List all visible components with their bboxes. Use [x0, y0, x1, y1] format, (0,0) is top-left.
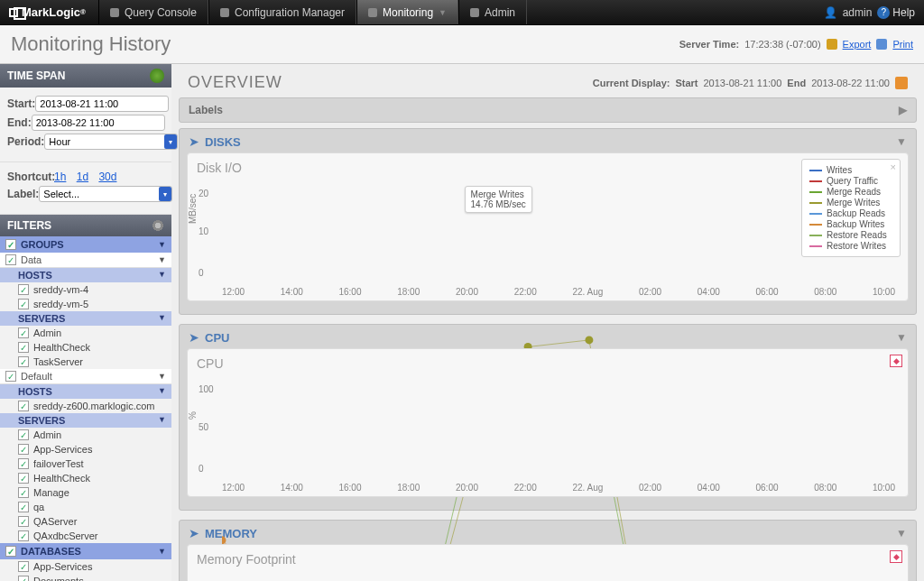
- print-link[interactable]: Print: [892, 39, 913, 50]
- collapse-icon[interactable]: ▼: [896, 135, 907, 148]
- filter-item[interactable]: failoverTest: [0, 456, 171, 471]
- period-select[interactable]: [44, 134, 178, 150]
- legend-item[interactable]: Restore Reads: [809, 230, 892, 240]
- export-link[interactable]: Export: [843, 39, 872, 50]
- gear-icon[interactable]: [152, 219, 164, 232]
- shortcut-1h[interactable]: 1h: [54, 171, 66, 183]
- page-header: Monitoring History Server Time: 17:23:38…: [0, 25, 924, 64]
- checkbox-icon[interactable]: [18, 502, 29, 512]
- pin-icon[interactable]: ◆: [890, 355, 902, 367]
- user-icon: 👤: [824, 6, 837, 19]
- nav-tab-query[interactable]: Query Console: [98, 0, 208, 24]
- filter-db-item[interactable]: Documents: [0, 574, 171, 581]
- start-input[interactable]: [35, 96, 169, 112]
- checkbox-icon[interactable]: [18, 458, 29, 469]
- shield-icon: [470, 8, 479, 17]
- filter-item[interactable]: Admin: [0, 326, 171, 340]
- chevron-down-icon: ▼: [158, 547, 166, 556]
- main: OVERVIEW Current Display: Start2013-08-2…: [171, 64, 924, 581]
- legend-item[interactable]: Merge Writes: [809, 198, 892, 208]
- filter-item[interactable]: QAServer: [0, 514, 171, 529]
- checkbox-icon[interactable]: [18, 429, 29, 440]
- checkbox-icon[interactable]: [18, 473, 29, 484]
- checkbox-icon[interactable]: [18, 356, 29, 367]
- filter-databases[interactable]: DATABASES▼: [0, 543, 171, 559]
- filter-item[interactable]: qa: [0, 500, 171, 514]
- filter-item[interactable]: Admin: [0, 428, 171, 442]
- cpu-section: ➤ CPU ▼ ◆ CPU % 100 50 0 12:0014:0016:00…: [179, 324, 917, 511]
- checkbox-icon[interactable]: [18, 444, 29, 455]
- refresh-icon[interactable]: [895, 77, 908, 89]
- checkbox-icon[interactable]: [5, 254, 16, 265]
- legend-item[interactable]: Backup Writes: [809, 219, 892, 229]
- checkbox-icon[interactable]: [5, 546, 16, 557]
- filter-item[interactable]: App-Services: [0, 442, 171, 456]
- checkbox-icon[interactable]: [18, 342, 29, 353]
- checkbox-icon[interactable]: [18, 576, 29, 581]
- filter-item[interactable]: Manage: [0, 485, 171, 500]
- chart-title: CPU: [197, 356, 899, 371]
- tag-icon: ➤: [189, 526, 199, 540]
- label-label: Label:: [7, 188, 39, 200]
- legend-item[interactable]: Merge Reads: [809, 187, 892, 197]
- checkbox-icon[interactable]: [18, 401, 29, 411]
- filter-groups[interactable]: GROUPS▼: [0, 236, 171, 253]
- y-axis-label: MB/sec: [188, 194, 198, 224]
- label-select[interactable]: [39, 186, 172, 202]
- logo-icon: [9, 8, 18, 17]
- checkbox-icon[interactable]: [18, 516, 29, 527]
- nav-tab-config[interactable]: Configuration Manager: [208, 0, 356, 24]
- nav-tab-admin[interactable]: Admin: [458, 0, 527, 24]
- logo: MarkLogic®: [9, 0, 98, 24]
- user-name[interactable]: admin: [843, 6, 873, 19]
- filter-item[interactable]: sreddy-vm-5: [0, 297, 171, 311]
- checkbox-icon[interactable]: [18, 284, 29, 295]
- labels-strip[interactable]: Labels▶: [179, 97, 917, 123]
- legend-item[interactable]: Restore Writes: [809, 241, 892, 251]
- filter-item[interactable]: HealthCheck: [0, 340, 171, 355]
- checkbox-icon[interactable]: [18, 487, 29, 498]
- chevron-down-icon: ▼: [158, 415, 166, 426]
- chevron-down-icon: ▼: [158, 313, 166, 324]
- filter-item[interactable]: sreddy-z600.marklogic.com: [0, 399, 171, 413]
- filter-subgroup[interactable]: HOSTS▼: [0, 384, 171, 399]
- top-nav: MarkLogic® Query Console Configuration M…: [0, 0, 924, 25]
- chevron-down-icon[interactable]: ▾: [164, 134, 177, 149]
- filter-db-item[interactable]: App-Services: [0, 559, 171, 574]
- filter-data-row[interactable]: Data▼: [0, 253, 171, 268]
- filters-tree: Data▼HOSTS▼sreddy-vm-4sreddy-vm-5SERVERS…: [0, 253, 171, 543]
- checkbox-icon[interactable]: [18, 561, 29, 572]
- disks-title: DISKS: [205, 135, 241, 149]
- close-icon[interactable]: ×: [891, 161, 896, 172]
- legend-item[interactable]: Writes: [809, 165, 892, 175]
- legend-item[interactable]: Query Traffic: [809, 176, 892, 186]
- checkbox-icon[interactable]: [18, 327, 29, 338]
- collapse-icon[interactable]: ▼: [896, 331, 907, 344]
- chevron-down-icon[interactable]: ▾: [159, 187, 171, 201]
- filter-subgroup[interactable]: SERVERS▼: [0, 413, 171, 428]
- collapse-icon[interactable]: ▼: [896, 527, 907, 540]
- end-input[interactable]: [32, 115, 165, 131]
- filter-data-row[interactable]: Default▼: [0, 369, 171, 384]
- checkbox-icon[interactable]: [5, 371, 16, 382]
- checkbox-icon[interactable]: [18, 299, 29, 309]
- monitor-icon: [368, 8, 377, 17]
- legend-item[interactable]: Backup Reads: [809, 208, 892, 218]
- filter-item[interactable]: sreddy-vm-4: [0, 282, 171, 297]
- server-time: Server Time: 17:23:38 (-07:00) Export Pr…: [679, 39, 913, 50]
- filter-item[interactable]: TaskServer: [0, 355, 171, 369]
- filter-subgroup[interactable]: SERVERS▼: [0, 311, 171, 326]
- checkbox-icon[interactable]: [18, 530, 29, 541]
- checkbox-icon[interactable]: [5, 239, 16, 250]
- filter-subgroup[interactable]: HOSTS▼: [0, 268, 171, 282]
- nav-tab-monitoring[interactable]: Monitoring▼: [356, 0, 458, 24]
- print-icon: [876, 39, 887, 50]
- play-icon[interactable]: ▶: [899, 104, 907, 116]
- pin-icon[interactable]: ◆: [890, 550, 902, 563]
- help-link[interactable]: ?Help: [877, 6, 915, 19]
- filter-item[interactable]: HealthCheck: [0, 471, 171, 485]
- refresh-icon[interactable]: [150, 69, 164, 83]
- shortcut-1d[interactable]: 1d: [77, 171, 88, 183]
- filter-item[interactable]: QAxdbcServer: [0, 529, 171, 543]
- shortcut-30d[interactable]: 30d: [98, 171, 116, 183]
